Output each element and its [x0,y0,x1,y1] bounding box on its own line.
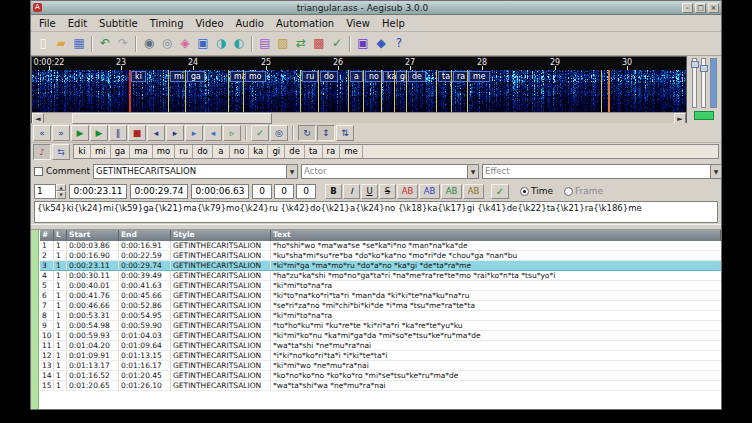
karaoke-syllable-de[interactable]: de [285,145,305,158]
syllable-divider-line[interactable] [300,70,301,112]
karaoke-syllable-label[interactable]: ga [187,71,205,82]
grid-header-text[interactable]: Text [271,230,721,241]
karaoke-syllable-me[interactable]: me [340,145,363,158]
title-bar[interactable]: A triangular.ass - Aegisub 3.0.0 –□× [31,1,721,15]
link-vertical-zoom-toggle[interactable]: ⇅ [336,125,354,141]
spin-up-icon[interactable]: ▲ [56,184,66,192]
radio-dot-icon[interactable] [520,187,529,196]
grid-header-num[interactable]: # [40,230,54,241]
subtitle-row-10[interactable]: 1010:00:59.930:01:04.03GETINTHECARITSALI… [40,331,721,341]
auto-scroll-toggle[interactable]: ↕ [317,125,335,141]
close-button[interactable]: × [708,3,719,13]
karaoke-syllable-label[interactable]: de [408,71,426,82]
karaoke-syllable-label[interactable]: do [320,71,338,82]
prev-line-button[interactable]: « [33,125,51,141]
automation-icon[interactable]: ▣ [354,35,372,53]
menu-view[interactable]: View [340,17,376,30]
toggle-tag-hiding-icon[interactable]: ◆ [372,35,390,53]
menu-edit[interactable]: Edit [62,17,93,30]
karaoke-syllable-label[interactable]: a [350,71,363,82]
subtitle-row-6[interactable]: 610:00:41.760:00:45.66GETINTHECARITSALIO… [40,291,721,301]
margin-field-3[interactable]: 0 [296,184,316,199]
subtitle-row-12[interactable]: 1210:01:09.910:01:13.15GETINTHECARITSALI… [40,351,721,361]
styling-assistant-icon[interactable]: ▧ [274,35,292,53]
menu-help[interactable]: Help [376,17,411,30]
styles-manager-icon[interactable]: ▤ [256,35,274,53]
find-icon[interactable]: ◉ [140,35,158,53]
subtitle-row-15[interactable]: 1510:01:20.650:01:26.10GETINTHECARITSALI… [40,381,721,391]
actor-combo[interactable]: Actor ▼ [301,164,479,179]
karaoke-mode-toggle[interactable]: ♪ [33,144,51,160]
karaoke-syllable-mi[interactable]: mi [91,145,111,158]
karaoke-syllable-gi[interactable]: gi [268,145,285,158]
scrollbar-track[interactable] [44,113,674,124]
play-last-500ms-button[interactable]: ◂ [204,125,222,141]
subtitle-row-5[interactable]: 510:00:40.010:00:41.63GETINTHECARITSALIO… [40,281,721,291]
subtitle-row-14[interactable]: 1410:01:16.520:01:20.45GETINTHECARITSALI… [40,371,721,381]
duration-field[interactable]: 0:00:06.63 [191,184,249,199]
syllable-divider-line[interactable] [436,70,437,112]
zoom-icon[interactable]: ◎ [158,35,176,53]
grid-header-style[interactable]: Style [171,230,271,241]
grid-header-l[interactable]: L [54,230,67,241]
menu-audio[interactable]: Audio [230,17,270,30]
subtitle-row-13[interactable]: 1310:01:13.170:01:16.17GETINTHECARITSALI… [40,361,721,371]
spell-checker-icon[interactable]: ✓ [328,35,346,53]
frame-radio[interactable]: Frame [564,186,603,196]
goto-selection-button[interactable]: ◎ [270,125,288,141]
karaoke-syllable-ru[interactable]: ru [175,145,193,158]
karaoke-syllable-mo[interactable]: mo [153,145,175,158]
syllable-divider-line[interactable] [318,70,319,112]
time-radio[interactable]: Time [520,186,553,196]
karaoke-syllable-label[interactable]: ki [131,71,146,82]
shadow-color-button[interactable]: AB [463,184,484,199]
karaoke-syllable-label[interactable]: mo [245,71,266,82]
h-zoom-thumb[interactable] [691,61,699,68]
layer-value[interactable]: 1 [34,184,56,199]
karaoke-split-button[interactable]: ⇆ [52,144,70,160]
volume-slider[interactable] [710,58,717,108]
karaoke-syllable-a[interactable]: a [213,145,230,158]
grid-header-start[interactable]: Start [67,230,119,241]
karaoke-syllable-ma[interactable]: ma [130,145,153,158]
help-icon[interactable]: ? [390,35,408,53]
karaoke-syllable-label[interactable]: me [469,71,490,82]
syllable-divider-line[interactable] [348,70,349,112]
next-line-button[interactable]: » [52,125,70,141]
strikeout-button[interactable]: S [379,184,396,199]
syllable-divider-line[interactable] [243,70,244,112]
save-subtitles-icon[interactable]: ▦ [70,35,88,53]
translation-assistant-icon[interactable]: ⇄ [292,35,310,53]
karaoke-syllable-label[interactable]: ru [302,71,318,82]
karaoke-syllable-do[interactable]: do [193,145,213,158]
karaoke-syllable-ki[interactable]: ki [74,145,91,158]
secondary-color-button[interactable]: AB [419,184,440,199]
grid-header-end[interactable]: End [119,230,171,241]
play-selection-button[interactable]: ▶ [71,125,89,141]
redo-icon[interactable]: ↷ [114,35,132,53]
syllable-divider-line[interactable] [381,70,382,112]
menu-automation[interactable]: Automation [270,17,340,30]
horizontal-zoom-slider[interactable] [692,58,697,108]
subtitle-text-editor[interactable]: {\k54}ki{\k24}mi{\k59}ga{\k21}ma{\k79}mo… [34,201,718,223]
underline-button[interactable]: U [361,184,378,199]
new-subtitles-icon[interactable]: ▯ [34,35,52,53]
v-zoom-thumb[interactable] [700,65,708,72]
play-before-selection-button[interactable]: ◂ [147,125,165,141]
karaoke-syllable-ra[interactable]: ra [323,145,341,158]
syllable-divider-line[interactable] [228,70,229,112]
combo-arrow-icon[interactable]: ▼ [710,165,721,178]
pause-button[interactable]: ‖ [109,125,127,141]
combo-arrow-icon[interactable]: ▼ [467,165,478,178]
auto-commit-toggle[interactable]: ↻ [298,125,316,141]
properties-icon[interactable]: ◈ [176,35,194,53]
subtitle-row-4[interactable]: 410:00:30.110:00:39.49GETINTHECARITSALIO… [40,271,721,281]
margin-field-2[interactable]: 0 [274,184,294,199]
selection-start-line[interactable] [129,70,131,112]
syllable-divider-line[interactable] [406,70,407,112]
scrollbar-thumb[interactable] [72,113,272,124]
maximize-button[interactable]: □ [695,3,706,13]
play-line-button[interactable]: ▶ [90,125,108,141]
vertical-zoom-slider[interactable] [701,58,706,108]
style-combo[interactable]: GETINTHECARITSALION ▼ [93,164,298,179]
